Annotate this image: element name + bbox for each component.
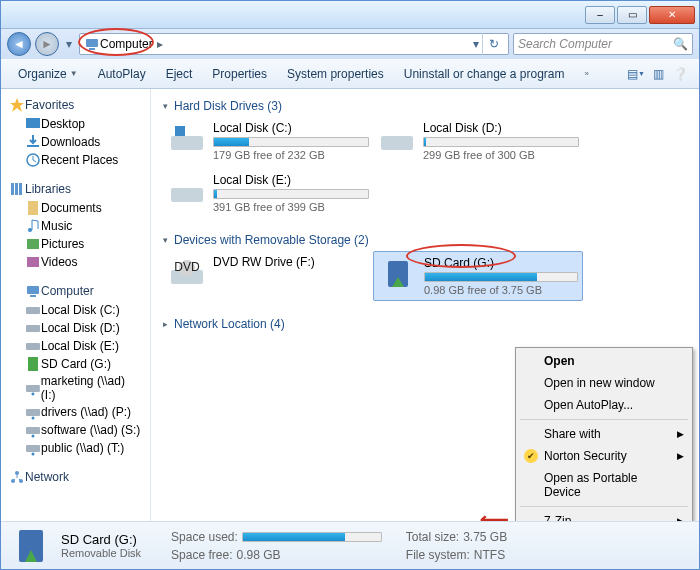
sidebar-item-net-software[interactable]: software (\\ad) (S:) [1, 421, 150, 439]
sidebar-network[interactable]: Network [1, 467, 150, 487]
ctx-share-with[interactable]: Share with▶ [518, 423, 690, 445]
sidebar-libraries[interactable]: Libraries [1, 179, 150, 199]
organize-button[interactable]: Organize▼ [9, 62, 87, 86]
sidebar-item-sdcard[interactable]: SD Card (G:) [1, 355, 150, 373]
status-fs-label: File system: [406, 548, 470, 562]
system-properties-button[interactable]: System properties [278, 62, 393, 86]
preview-pane-button[interactable]: ▥ [647, 63, 669, 85]
disk-icon [25, 302, 41, 318]
close-button[interactable]: ✕ [649, 6, 695, 24]
chevron-right-icon: ▸ [157, 37, 163, 51]
svg-rect-10 [27, 239, 39, 249]
address-bar: ◄ ► ▾ Computer ▸ ▾ ↻ Search Computer 🔍 [1, 29, 699, 59]
ctx-norton[interactable]: ✔Norton Security▶ [518, 445, 690, 467]
svg-marker-2 [10, 98, 24, 112]
svg-rect-7 [19, 183, 22, 195]
sidebar-item-desktop[interactable]: Desktop [1, 115, 150, 133]
toolbar-more-button[interactable]: » [576, 64, 598, 83]
svg-rect-24 [26, 445, 40, 452]
svg-point-26 [15, 471, 19, 475]
drive-local-c[interactable]: Local Disk (C:)179 GB free of 232 GB [163, 117, 373, 165]
minimize-button[interactable]: – [585, 6, 615, 24]
refresh-button[interactable]: ↻ [482, 33, 504, 55]
view-button[interactable]: ▤▼ [625, 63, 647, 85]
section-network-header[interactable]: ▸Network Location (4) [163, 315, 687, 333]
network-icon [9, 469, 25, 485]
star-icon [9, 97, 25, 113]
status-drive-type: Removable Disk [61, 547, 141, 559]
sidebar-item-net-drivers[interactable]: drivers (\\ad) (P:) [1, 403, 150, 421]
status-fs-value: NTFS [474, 548, 505, 562]
ctx-open[interactable]: Open [518, 350, 690, 372]
network-drive-icon [25, 440, 41, 456]
nav-history-dropdown[interactable]: ▾ [63, 33, 75, 55]
drive-sdcard[interactable]: SD Card (G:)0.98 GB free of 3.75 GB [373, 251, 583, 301]
svg-rect-5 [11, 183, 14, 195]
sidebar-item-disk-c[interactable]: Local Disk (C:) [1, 301, 150, 319]
section-hdd-header[interactable]: ▾Hard Disk Drives (3) [163, 97, 687, 115]
sdcard-icon [380, 259, 416, 289]
svg-point-25 [32, 453, 35, 456]
dvd-icon: DVD [169, 258, 205, 288]
videos-icon [25, 254, 41, 270]
ctx-open-new-window[interactable]: Open in new window [518, 372, 690, 394]
sidebar-item-net-public[interactable]: public (\\ad) (T:) [1, 439, 150, 457]
desktop-icon [25, 116, 41, 132]
svg-rect-17 [28, 357, 38, 371]
svg-point-19 [31, 392, 34, 395]
status-free-value: 0.98 GB [236, 548, 280, 562]
maximize-button[interactable]: ▭ [617, 6, 647, 24]
sidebar-item-net-marketing[interactable]: marketing (\\ad) (I:) [1, 373, 150, 403]
hdd-icon [169, 176, 205, 206]
ctx-portable-device[interactable]: Open as Portable Device [518, 467, 690, 503]
uninstall-button[interactable]: Uninstall or change a program [395, 62, 574, 86]
downloads-icon [25, 134, 41, 150]
separator [520, 506, 688, 507]
svg-rect-3 [26, 118, 40, 128]
status-bar: SD Card (G:) Removable Disk Space used: … [1, 521, 699, 569]
svg-rect-6 [15, 183, 18, 195]
norton-shield-icon: ✔ [524, 449, 538, 463]
svg-rect-30 [175, 126, 185, 136]
forward-button[interactable]: ► [35, 32, 59, 56]
drive-local-d[interactable]: Local Disk (D:)299 GB free of 300 GB [373, 117, 583, 165]
documents-icon [25, 200, 41, 216]
sidebar-item-videos[interactable]: Videos [1, 253, 150, 271]
svg-rect-12 [27, 286, 39, 294]
context-menu: Open Open in new window Open AutoPlay...… [515, 347, 693, 521]
sdcard-icon [11, 526, 51, 566]
sidebar-item-music[interactable]: Music [1, 217, 150, 235]
autoplay-button[interactable]: AutoPlay [89, 62, 155, 86]
sdcard-icon [25, 356, 41, 372]
sidebar-item-recent[interactable]: Recent Places [1, 151, 150, 169]
path-dropdown[interactable]: ▾ [470, 33, 482, 55]
back-button[interactable]: ◄ [7, 32, 31, 56]
ctx-open-autoplay[interactable]: Open AutoPlay... [518, 394, 690, 416]
sidebar-item-pictures[interactable]: Pictures [1, 235, 150, 253]
svg-rect-22 [26, 427, 40, 434]
status-total-label: Total size: [406, 530, 459, 544]
svg-point-21 [32, 417, 35, 420]
ctx-7zip[interactable]: 7-Zip▶ [518, 510, 690, 521]
computer-icon [25, 283, 41, 299]
address-field[interactable]: Computer ▸ ▾ ↻ [79, 33, 509, 55]
status-free-label: Space free: [171, 548, 232, 562]
sidebar-favorites[interactable]: Favorites [1, 95, 150, 115]
sidebar-item-documents[interactable]: Documents [1, 199, 150, 217]
properties-button[interactable]: Properties [203, 62, 276, 86]
eject-button[interactable]: Eject [157, 62, 202, 86]
sidebar-item-disk-d[interactable]: Local Disk (D:) [1, 319, 150, 337]
search-input[interactable]: Search Computer 🔍 [513, 33, 693, 55]
annotation-ellipse [78, 28, 154, 56]
svg-rect-14 [26, 307, 40, 314]
annotation-ellipse [406, 244, 516, 268]
sidebar-item-downloads[interactable]: Downloads [1, 133, 150, 151]
sidebar-computer[interactable]: Computer [5, 281, 146, 301]
sidebar-item-disk-e[interactable]: Local Disk (E:) [1, 337, 150, 355]
drive-local-e[interactable]: Local Disk (E:)391 GB free of 399 GB [163, 169, 373, 217]
drive-dvd[interactable]: DVD DVD RW Drive (F:) [163, 251, 373, 301]
help-button[interactable]: ❔ [669, 63, 691, 85]
svg-rect-31 [381, 136, 413, 150]
toolbar: Organize▼ AutoPlay Eject Properties Syst… [1, 59, 699, 89]
recent-icon [25, 152, 41, 168]
